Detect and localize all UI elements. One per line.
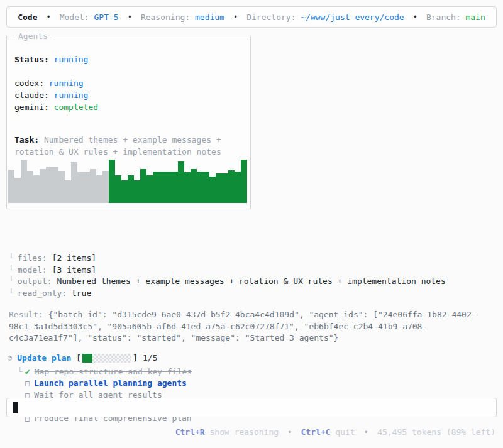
sparkline-bar [172,172,178,203]
agent-state: running [54,90,89,100]
plan-progress-fill [82,354,92,363]
reasoning-field: Reasoning: medium [141,11,224,23]
agents-panel: Agents Status: running codex: running cl… [6,36,251,209]
message-input[interactable] [6,398,497,417]
tree-branch-icon: └ [9,253,14,263]
sparkline-bar [241,160,247,203]
sparkline-bar [146,175,153,203]
sparkline-bar [71,162,77,203]
sparkline-bar [58,171,65,203]
sparkline-bar [77,172,84,203]
param-row: └files: [2 items] [9,253,503,265]
sparkline-bar [191,169,197,203]
sparkline-bar [65,180,71,203]
sparkline-bar [165,172,172,203]
footer-hints: Ctrl+R show reasoning • Ctrl+C quit • 45… [175,426,495,438]
param-row: └model: [3 items] [9,265,503,276]
sparkline-bar [102,171,109,203]
agent-row: gemini: completed [14,101,243,113]
plan-progress-remaining [92,354,131,363]
agents-panel-title: Agents [14,30,52,42]
tree-branch-icon: └ [18,367,23,376]
sparkline-bar [209,177,216,203]
sparkline-bar [216,173,222,203]
model-value: GPT-5 [94,13,119,22]
agents-status-value: running [54,55,89,64]
branch-field: Branch: main [426,11,485,23]
sparkline-bar [184,172,191,203]
tool-param-list: └files: [2 items] └model: [3 items] └out… [9,253,503,299]
directory-value: ~/www/just-every/code [301,13,404,22]
separator-dot: • [287,427,292,437]
token-usage: 45,495 tokens (89% left) [377,427,495,437]
agents-task: Task: Numbered themes + example messages… [14,134,243,158]
activity-sparkline-chart [8,157,247,203]
sparkline-bar [159,172,165,203]
separator-dot: • [364,427,369,437]
sparkline-bar [109,160,115,203]
sparkline-bar [84,172,90,203]
tree-branch-icon: └ [9,288,14,298]
plan-progress-bar [82,354,131,363]
branch-value: main [466,13,485,22]
sparkline-bar [178,161,184,203]
shortcut-key: Ctrl+R [175,427,205,437]
agent-list: codex: running claude: running gemini: c… [14,77,243,113]
sparkline-bar [46,167,52,203]
agents-task-text: Numbered themes + example messages + rot… [14,135,221,156]
sparkline-bar [228,170,235,203]
agent-row: claude: running [14,89,243,101]
clock-icon: ◔ [8,352,12,364]
separator-dot: • [413,11,417,23]
sparkline-bar [40,169,46,203]
plan-title: Update plan [17,352,71,364]
check-icon: ✔ [25,367,30,376]
separator-dot: • [46,11,50,23]
separator-dot: • [128,11,132,23]
sparkline-bar [33,175,40,203]
tree-branch-icon: └ [9,276,14,286]
app-name: Code [18,11,37,23]
sparkline-bar [222,173,228,203]
sparkline-bar [52,167,58,203]
sparkline-bar [14,178,21,203]
directory-field: Directory: ~/www/just-every/code [246,11,404,23]
sparkline-bar [134,180,140,203]
text-cursor [13,402,18,413]
param-row: └output: Numbered themes + example messa… [9,276,503,288]
tool-result-json: {"batch_id": "d315cde9-6ae0-437d-b5f2-4b… [9,310,477,342]
sparkline-bar [140,169,146,203]
checkbox-icon: □ [25,379,30,388]
sparkline-bar [8,170,14,203]
sparkline-bar [121,180,128,204]
tool-result: Result: {"batch_id": "d315cde9-6ae0-437d… [9,309,484,344]
plan-progress: [ ] [76,352,138,364]
sparkline-bar [203,172,209,203]
sparkline-bar [27,171,33,203]
sparkline-bar [90,169,96,203]
tree-branch-icon: └ [9,265,14,275]
agents-status: Status: running [14,53,243,65]
param-row: └read_only: true [9,288,503,300]
agent-state: completed [54,102,98,112]
sparkline-bar [21,160,27,203]
shortcut-key: Ctrl+C [301,427,331,437]
model-field: Model: GPT-5 [60,11,119,23]
window-status-bar: Code • Model: GPT-5 • Reasoning: medium … [6,6,497,28]
reasoning-value: medium [195,13,224,22]
sparkline-bar [128,175,134,203]
plan-item: └✔Map repo structure and key files [18,366,503,378]
sparkline-bar [153,172,159,203]
agent-row: codex: running [14,77,243,89]
sparkline-bar [235,172,241,203]
sparkline-bar [197,172,203,203]
separator-dot: • [233,11,238,23]
plan-header: ◔ Update plan [ ] 1/5 [8,352,503,364]
plan-item: □Launch parallel planning agents [18,378,503,390]
sparkline-bar [115,175,121,203]
sparkline-bar [96,175,102,203]
plan-progress-count: 1/5 [143,352,157,364]
agent-state: running [49,79,84,88]
